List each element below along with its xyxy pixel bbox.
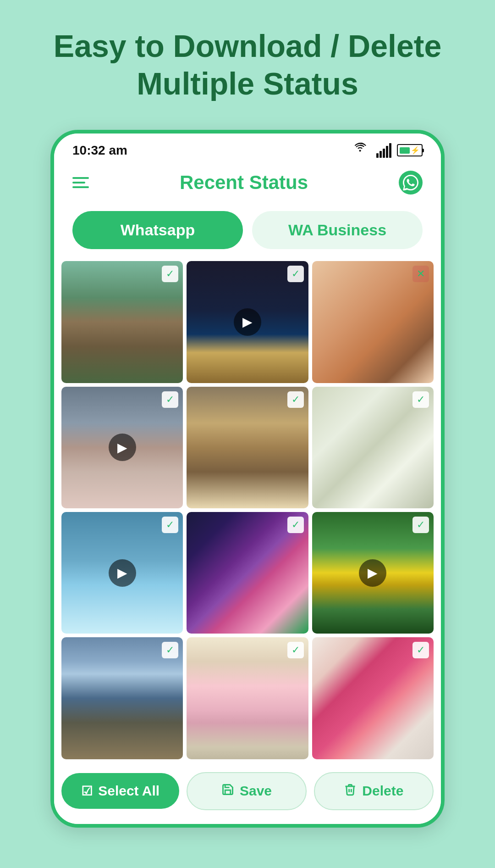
save-icon xyxy=(221,783,234,799)
whatsapp-logo-icon xyxy=(399,171,423,195)
checkbox-2[interactable]: ✓ xyxy=(287,266,304,282)
tabs-container: Whatsapp WA Business xyxy=(54,203,441,257)
checkbox-7[interactable]: ✓ xyxy=(162,517,178,533)
media-grid: ✓ ✓ ▶ ✕ ✓ ▶ ✓ ✓ ✓ ▶ ✓ xyxy=(54,257,441,762)
media-item-2[interactable]: ✓ ▶ xyxy=(187,261,308,383)
phone-frame: 10:32 am ⚡ Recent Statu xyxy=(50,130,445,827)
app-header: Recent Status xyxy=(54,162,441,203)
checkbox-12[interactable]: ✓ xyxy=(412,642,429,658)
header-title: Recent Status xyxy=(180,172,308,194)
media-item-1[interactable]: ✓ xyxy=(61,261,183,383)
battery-icon: ⚡ xyxy=(397,144,423,156)
play-icon-7[interactable]: ▶ xyxy=(109,559,136,587)
status-icons: ⚡ xyxy=(354,143,423,158)
signal-icon xyxy=(376,143,391,158)
wifi-icon xyxy=(354,143,371,158)
media-item-8[interactable]: ✓ xyxy=(187,512,308,634)
checkbox-4[interactable]: ✓ xyxy=(162,391,178,408)
checkbox-10[interactable]: ✓ xyxy=(162,642,178,658)
checkbox-3[interactable]: ✕ xyxy=(412,266,429,282)
status-time: 10:32 am xyxy=(72,143,127,158)
tab-wa-business[interactable]: WA Business xyxy=(252,211,423,249)
delete-label: Delete xyxy=(362,783,403,799)
media-item-9[interactable]: ✓ ▶ xyxy=(312,512,434,634)
save-button[interactable]: Save xyxy=(187,772,306,810)
status-bar: 10:32 am ⚡ xyxy=(54,134,441,162)
delete-icon xyxy=(344,783,357,799)
media-item-11[interactable]: ✓ xyxy=(187,637,308,759)
media-item-7[interactable]: ✓ ▶ xyxy=(61,512,183,634)
hamburger-icon[interactable] xyxy=(72,177,89,188)
play-icon-2[interactable]: ▶ xyxy=(234,308,261,336)
checkbox-1[interactable]: ✓ xyxy=(162,266,178,282)
tab-whatsapp[interactable]: Whatsapp xyxy=(72,211,243,249)
select-all-button[interactable]: ☑ Select All xyxy=(61,773,179,809)
media-item-6[interactable]: ✓ xyxy=(312,387,434,508)
checkbox-6[interactable]: ✓ xyxy=(412,391,429,408)
checkbox-9[interactable]: ✓ xyxy=(412,517,429,533)
checkbox-11[interactable]: ✓ xyxy=(287,642,304,658)
media-item-3[interactable]: ✕ xyxy=(312,261,434,383)
save-label: Save xyxy=(240,783,272,799)
media-item-10[interactable]: ✓ xyxy=(61,637,183,759)
checkbox-5[interactable]: ✓ xyxy=(287,391,304,408)
bottom-bar: ☑ Select All Save Del xyxy=(54,763,441,824)
media-item-5[interactable]: ✓ xyxy=(187,387,308,508)
select-all-icon: ☑ xyxy=(81,784,93,799)
checkbox-8[interactable]: ✓ xyxy=(287,517,304,533)
media-item-12[interactable]: ✓ xyxy=(312,637,434,759)
play-icon-4[interactable]: ▶ xyxy=(109,434,136,461)
page-title: Easy to Download / Delete Multiple Statu… xyxy=(0,28,495,102)
play-icon-9[interactable]: ▶ xyxy=(359,559,386,587)
select-all-label: Select All xyxy=(98,783,160,799)
delete-button[interactable]: Delete xyxy=(314,772,434,810)
media-item-4[interactable]: ✓ ▶ xyxy=(61,387,183,508)
